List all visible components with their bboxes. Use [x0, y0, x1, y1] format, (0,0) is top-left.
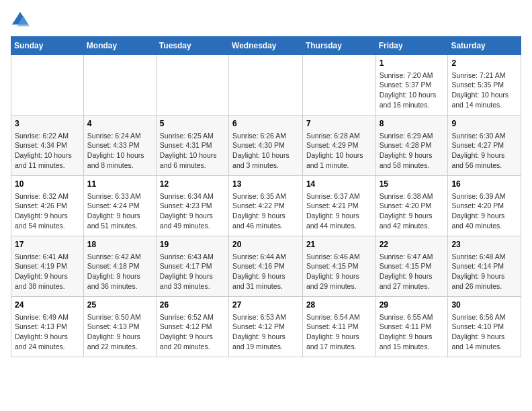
calendar-cell: 28Sunrise: 6:54 AMSunset: 4:11 PMDayligh… [302, 297, 375, 357]
cell-content: Sunrise: 6:25 AMSunset: 4:31 PMDaylight:… [160, 131, 225, 171]
calendar-cell: 5Sunrise: 6:25 AMSunset: 4:31 PMDaylight… [156, 116, 228, 176]
day-number: 28 [306, 300, 372, 311]
cell-content: Sunrise: 6:26 AMSunset: 4:30 PMDaylight:… [232, 131, 299, 171]
calendar-cell: 20Sunrise: 6:44 AMSunset: 4:16 PMDayligh… [229, 236, 303, 297]
calendar-header-row: SundayMondayTuesdayWednesdayThursdayFrid… [11, 37, 521, 55]
calendar-cell: 7Sunrise: 6:28 AMSunset: 4:29 PMDaylight… [302, 116, 375, 176]
cell-content: Sunrise: 6:54 AMSunset: 4:11 PMDaylight:… [306, 312, 372, 352]
col-header-monday: Monday [83, 37, 156, 55]
day-number: 21 [306, 239, 372, 250]
day-number: 25 [87, 300, 152, 311]
calendar-cell: 8Sunrise: 6:29 AMSunset: 4:28 PMDaylight… [375, 116, 448, 176]
calendar-cell: 25Sunrise: 6:50 AMSunset: 4:13 PMDayligh… [83, 297, 156, 357]
calendar-week-row: 24Sunrise: 6:49 AMSunset: 4:13 PMDayligh… [11, 297, 521, 357]
cell-content: Sunrise: 6:38 AMSunset: 4:20 PMDaylight:… [380, 191, 445, 231]
cell-content: Sunrise: 6:34 AMSunset: 4:23 PMDaylight:… [160, 191, 225, 231]
cell-content: Sunrise: 6:22 AMSunset: 4:34 PMDaylight:… [15, 131, 80, 171]
calendar-cell: 26Sunrise: 6:52 AMSunset: 4:12 PMDayligh… [156, 297, 228, 357]
cell-content: Sunrise: 6:41 AMSunset: 4:19 PMDaylight:… [15, 252, 80, 291]
calendar-week-row: 3Sunrise: 6:22 AMSunset: 4:34 PMDaylight… [11, 116, 521, 176]
calendar-cell: 2Sunrise: 7:21 AMSunset: 5:35 PMDaylight… [448, 55, 521, 116]
cell-content: Sunrise: 6:42 AMSunset: 4:18 PMDaylight:… [87, 252, 152, 291]
col-header-saturday: Saturday [448, 37, 521, 55]
cell-content: Sunrise: 6:24 AMSunset: 4:33 PMDaylight:… [87, 131, 152, 171]
calendar-cell: 3Sunrise: 6:22 AMSunset: 4:34 PMDaylight… [11, 116, 84, 176]
day-number: 13 [232, 179, 299, 190]
calendar-cell: 9Sunrise: 6:30 AMSunset: 4:27 PMDaylight… [448, 116, 521, 176]
col-header-tuesday: Tuesday [156, 37, 228, 55]
cell-content: Sunrise: 6:55 AMSunset: 4:11 PMDaylight:… [380, 312, 445, 352]
col-header-friday: Friday [375, 37, 448, 55]
cell-content: Sunrise: 6:44 AMSunset: 4:16 PMDaylight:… [232, 252, 299, 291]
cell-content: Sunrise: 6:35 AMSunset: 4:22 PMDaylight:… [232, 191, 299, 231]
calendar-week-row: 1Sunrise: 7:20 AMSunset: 5:37 PMDaylight… [11, 55, 521, 116]
day-number: 30 [451, 300, 517, 311]
day-number: 23 [451, 239, 517, 250]
day-number: 12 [160, 179, 225, 190]
day-number: 24 [15, 300, 80, 311]
day-number: 29 [380, 300, 445, 311]
day-number: 11 [87, 179, 152, 190]
day-number: 1 [380, 58, 445, 69]
cell-content: Sunrise: 6:43 AMSunset: 4:17 PMDaylight:… [160, 252, 225, 291]
day-number: 3 [15, 118, 80, 130]
day-number: 19 [160, 239, 225, 250]
calendar-cell: 30Sunrise: 6:56 AMSunset: 4:10 PMDayligh… [448, 297, 521, 357]
calendar-cell: 15Sunrise: 6:38 AMSunset: 4:20 PMDayligh… [375, 176, 448, 236]
day-number: 8 [380, 118, 445, 130]
calendar-cell: 16Sunrise: 6:39 AMSunset: 4:20 PMDayligh… [448, 176, 521, 236]
day-number: 20 [232, 239, 299, 250]
calendar-cell: 6Sunrise: 6:26 AMSunset: 4:30 PMDaylight… [229, 116, 303, 176]
cell-content: Sunrise: 6:48 AMSunset: 4:14 PMDaylight:… [451, 252, 517, 291]
cell-content: Sunrise: 6:46 AMSunset: 4:15 PMDaylight:… [306, 252, 372, 291]
day-number: 18 [87, 239, 152, 250]
cell-content: Sunrise: 6:47 AMSunset: 4:15 PMDaylight:… [380, 252, 445, 291]
calendar-cell [302, 55, 375, 116]
cell-content: Sunrise: 7:20 AMSunset: 5:37 PMDaylight:… [380, 71, 445, 110]
calendar-cell [83, 55, 156, 116]
day-number: 14 [306, 179, 372, 190]
calendar-cell [229, 55, 303, 116]
cell-content: Sunrise: 6:56 AMSunset: 4:10 PMDaylight:… [451, 312, 517, 352]
day-number: 2 [451, 58, 517, 69]
calendar-cell: 21Sunrise: 6:46 AMSunset: 4:15 PMDayligh… [302, 236, 375, 297]
calendar-week-row: 10Sunrise: 6:32 AMSunset: 4:26 PMDayligh… [11, 176, 521, 236]
col-header-thursday: Thursday [302, 37, 375, 55]
calendar-cell: 12Sunrise: 6:34 AMSunset: 4:23 PMDayligh… [156, 176, 228, 236]
day-number: 7 [306, 118, 372, 130]
day-number: 10 [15, 179, 80, 190]
logo [11, 11, 32, 30]
calendar-cell: 1Sunrise: 7:20 AMSunset: 5:37 PMDaylight… [375, 55, 448, 116]
calendar-cell [11, 55, 84, 116]
logo-icon [11, 11, 30, 30]
cell-content: Sunrise: 6:39 AMSunset: 4:20 PMDaylight:… [451, 191, 517, 231]
calendar-cell: 10Sunrise: 6:32 AMSunset: 4:26 PMDayligh… [11, 176, 84, 236]
col-header-sunday: Sunday [11, 37, 84, 55]
cell-content: Sunrise: 6:30 AMSunset: 4:27 PMDaylight:… [451, 131, 517, 171]
cell-content: Sunrise: 7:21 AMSunset: 5:35 PMDaylight:… [451, 71, 517, 110]
calendar-table: SundayMondayTuesdayWednesdayThursdayFrid… [11, 36, 521, 357]
day-number: 9 [451, 118, 517, 130]
day-number: 27 [232, 300, 299, 311]
day-number: 22 [380, 239, 445, 250]
col-header-wednesday: Wednesday [229, 37, 303, 55]
cell-content: Sunrise: 6:29 AMSunset: 4:28 PMDaylight:… [380, 131, 445, 171]
calendar-cell: 18Sunrise: 6:42 AMSunset: 4:18 PMDayligh… [83, 236, 156, 297]
calendar-cell: 29Sunrise: 6:55 AMSunset: 4:11 PMDayligh… [375, 297, 448, 357]
day-number: 6 [232, 118, 299, 130]
calendar-cell: 22Sunrise: 6:47 AMSunset: 4:15 PMDayligh… [375, 236, 448, 297]
calendar-cell: 19Sunrise: 6:43 AMSunset: 4:17 PMDayligh… [156, 236, 228, 297]
calendar-cell: 14Sunrise: 6:37 AMSunset: 4:21 PMDayligh… [302, 176, 375, 236]
day-number: 15 [380, 179, 445, 190]
day-number: 5 [160, 118, 225, 130]
calendar-week-row: 17Sunrise: 6:41 AMSunset: 4:19 PMDayligh… [11, 236, 521, 297]
calendar-cell: 23Sunrise: 6:48 AMSunset: 4:14 PMDayligh… [448, 236, 521, 297]
cell-content: Sunrise: 6:49 AMSunset: 4:13 PMDaylight:… [15, 312, 80, 352]
calendar-cell: 13Sunrise: 6:35 AMSunset: 4:22 PMDayligh… [229, 176, 303, 236]
day-number: 17 [15, 239, 80, 250]
calendar-cell: 4Sunrise: 6:24 AMSunset: 4:33 PMDaylight… [83, 116, 156, 176]
cell-content: Sunrise: 6:52 AMSunset: 4:12 PMDaylight:… [160, 312, 225, 352]
day-number: 16 [451, 179, 517, 190]
day-number: 26 [160, 300, 225, 311]
calendar-cell: 11Sunrise: 6:33 AMSunset: 4:24 PMDayligh… [83, 176, 156, 236]
